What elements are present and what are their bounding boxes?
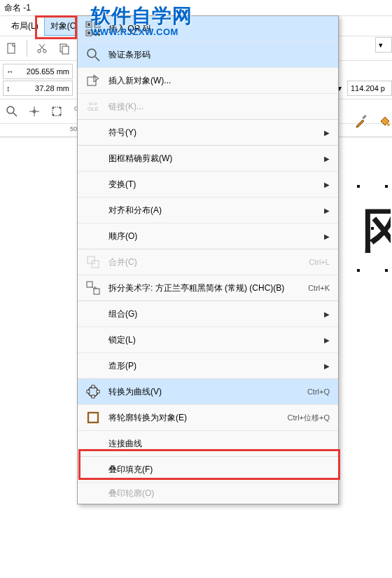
menu-links: o-oOLE 链接(K)... (78, 94, 338, 119)
svg-rect-31 (96, 23, 99, 26)
menu-layout[interactable]: 布局(L) (6, 17, 44, 35)
svg-rect-23 (385, 185, 388, 188)
svg-point-38 (88, 49, 96, 57)
menu-break-apart[interactable]: 拆分美术字: 方正兰亭粗黑简体 (常规) (CHC)(B) Ctrl+K (78, 275, 338, 301)
svg-rect-34 (94, 30, 97, 32)
height-field[interactable]: ↕37.28 mm (3, 81, 73, 96)
magnifier-icon (85, 47, 101, 62)
svg-rect-51 (88, 413, 98, 422)
svg-rect-0 (8, 43, 15, 53)
svg-rect-48 (92, 395, 94, 398)
svg-rect-27 (371, 227, 374, 230)
svg-rect-52 (88, 413, 98, 422)
svg-text:冈: 冈 (361, 204, 391, 257)
grid-icon[interactable] (48, 102, 66, 121)
menu-symbols[interactable]: 符号(Y) ▶ (78, 120, 338, 145)
height-icon: ↕ (6, 84, 10, 92)
submenu-arrow-icon: ▶ (324, 362, 330, 370)
to-curves-icon (85, 384, 101, 399)
svg-point-1 (38, 50, 41, 53)
menu-transform[interactable]: 变换(T) ▶ (78, 172, 338, 198)
separator (27, 40, 27, 57)
svg-rect-29 (88, 23, 90, 26)
svg-rect-42 (92, 261, 99, 268)
menu-group[interactable]: 组合(G) ▶ (78, 301, 338, 327)
svg-rect-41 (88, 256, 94, 263)
menu-overprint-fill[interactable]: 叠印填充(F) (78, 457, 338, 483)
menu-order[interactable]: 顺序(O) ▶ (78, 223, 338, 249)
menu-lock[interactable]: 锁定(L) ▶ (78, 327, 338, 353)
submenu-arrow-icon: ▶ (324, 336, 330, 344)
new-doc-icon[interactable] (3, 39, 21, 57)
doc-title: 命名 -1 (4, 3, 31, 13)
svg-rect-36 (94, 34, 97, 36)
menu-verify-barcode[interactable]: 验证条形码 (78, 42, 338, 68)
svg-rect-37 (98, 34, 100, 36)
svg-rect-7 (362, 115, 366, 119)
break-icon (85, 280, 101, 296)
svg-line-39 (95, 57, 99, 61)
right-controls: ▾ ▾114.204 p (337, 35, 392, 130)
title-bar: 命名 -1 (0, 0, 392, 16)
submenu-arrow-icon: ▶ (324, 310, 330, 318)
fill-icon[interactable] (377, 113, 392, 128)
svg-rect-22 (357, 185, 360, 188)
zoom-icon[interactable] (3, 102, 21, 121)
submenu-arrow-icon: ▶ (324, 129, 330, 137)
submenu-arrow-icon: ▶ (324, 233, 330, 240)
width-field[interactable]: ↔205.655 mm (3, 64, 73, 79)
svg-line-4 (39, 44, 44, 50)
svg-rect-33 (88, 32, 90, 34)
menu-powerclip[interactable]: 图框精确剪裁(W) ▶ (78, 146, 338, 172)
svg-rect-50 (97, 390, 99, 393)
menu-outline-to-object[interactable]: 将轮廓转换为对象(E) Ctrl+位移+Q (78, 405, 338, 431)
submenu-arrow-icon: ▶ (324, 207, 330, 214)
combine-icon (86, 255, 100, 269)
object-menu-dropdown: 插入 QR 码 验证条形码 插入新对象(W)... o-oOLE 链接(K)..… (77, 15, 339, 504)
svg-rect-49 (87, 390, 90, 393)
svg-rect-6 (62, 46, 69, 54)
menu-combine: 合并(C) Ctrl+L (78, 249, 338, 275)
svg-point-8 (387, 123, 390, 126)
svg-line-3 (40, 44, 45, 50)
svg-rect-47 (92, 385, 94, 388)
value-field[interactable]: 114.204 p (347, 81, 392, 96)
menu-convert-to-curves[interactable]: 转换为曲线(V) Ctrl+Q (78, 379, 338, 405)
menu-join-curves[interactable]: 连接曲线 (78, 431, 338, 456)
svg-rect-35 (98, 30, 100, 32)
width-icon: ↔ (6, 67, 14, 76)
ole-icon: o-oOLE (88, 101, 99, 112)
dimensions: ↔205.655 mm ↕37.28 mm (3, 64, 73, 96)
svg-rect-44 (94, 289, 99, 294)
svg-point-2 (43, 50, 46, 53)
eyedropper-icon[interactable] (354, 113, 370, 128)
menu-insert-new-object[interactable]: 插入新对象(W)... (78, 68, 338, 94)
outline-to-object-icon (85, 410, 101, 425)
dropdown-arrow[interactable]: ▾ (375, 37, 392, 53)
canvas-content: 冈 (336, 128, 392, 408)
cut-icon[interactable] (33, 39, 51, 57)
menu-align[interactable]: 对齐和分布(A) ▶ (78, 198, 338, 223)
svg-rect-26 (385, 269, 388, 272)
insert-object-icon (85, 73, 101, 88)
menu-shaping[interactable]: 造形(P) ▶ (78, 353, 338, 378)
submenu-arrow-icon: ▶ (324, 181, 330, 188)
copy-icon[interactable] (55, 39, 74, 57)
snap-icon[interactable] (25, 102, 43, 121)
svg-point-9 (7, 106, 14, 113)
menu-overprint-outline: 叠印轮廓(O) (78, 483, 338, 504)
svg-line-10 (13, 113, 17, 116)
qr-icon (85, 20, 102, 37)
menu-insert-qr[interactable]: 插入 QR 码 (78, 16, 338, 42)
svg-rect-43 (87, 282, 92, 287)
svg-rect-25 (357, 269, 360, 272)
submenu-arrow-icon: ▶ (324, 155, 330, 163)
